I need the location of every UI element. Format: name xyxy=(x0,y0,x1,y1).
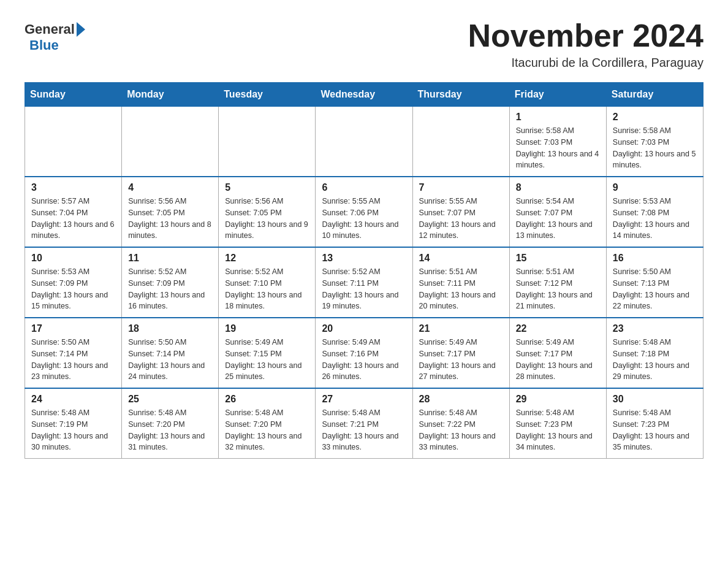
calendar-week-3: 10Sunrise: 5:53 AMSunset: 7:09 PMDayligh… xyxy=(25,247,703,318)
logo-general-text: General xyxy=(25,21,75,37)
calendar-week-2: 3Sunrise: 5:57 AMSunset: 7:04 PMDaylight… xyxy=(25,177,703,247)
day-number: 25 xyxy=(128,394,212,405)
day-number: 30 xyxy=(613,394,697,405)
calendar-header-tuesday: Tuesday xyxy=(219,83,316,107)
calendar-cell: 30Sunrise: 5:48 AMSunset: 7:23 PMDayligh… xyxy=(606,388,703,459)
day-number: 9 xyxy=(613,182,697,193)
day-info: Sunrise: 5:50 AMSunset: 7:14 PMDaylight:… xyxy=(128,337,212,383)
day-info: Sunrise: 5:53 AMSunset: 7:09 PMDaylight:… xyxy=(31,266,115,312)
month-title: November 2024 xyxy=(468,18,703,53)
day-info: Sunrise: 5:53 AMSunset: 7:08 PMDaylight:… xyxy=(613,196,697,242)
location-title: Itacurubi de la Cordillera, Paraguay xyxy=(468,56,703,70)
calendar-cell: 13Sunrise: 5:52 AMSunset: 7:11 PMDayligh… xyxy=(316,247,412,318)
calendar-cell: 22Sunrise: 5:49 AMSunset: 7:17 PMDayligh… xyxy=(509,318,606,388)
calendar-cell: 9Sunrise: 5:53 AMSunset: 7:08 PMDaylight… xyxy=(606,177,703,247)
day-info: Sunrise: 5:48 AMSunset: 7:18 PMDaylight:… xyxy=(613,337,697,383)
calendar-header-friday: Friday xyxy=(509,83,606,107)
day-number: 3 xyxy=(31,182,115,193)
calendar-cell: 6Sunrise: 5:55 AMSunset: 7:06 PMDaylight… xyxy=(316,177,412,247)
calendar-cell xyxy=(219,107,316,177)
calendar-cell: 11Sunrise: 5:52 AMSunset: 7:09 PMDayligh… xyxy=(122,247,219,318)
day-number: 20 xyxy=(322,323,406,334)
calendar-cell: 27Sunrise: 5:48 AMSunset: 7:21 PMDayligh… xyxy=(316,388,412,459)
calendar-table: SundayMondayTuesdayWednesdayThursdayFrid… xyxy=(25,82,703,459)
day-number: 14 xyxy=(419,253,503,264)
calendar-cell xyxy=(25,107,122,177)
day-number: 8 xyxy=(516,182,600,193)
day-number: 4 xyxy=(128,182,212,193)
day-number: 29 xyxy=(516,394,600,405)
page-header: General Blue November 2024 Itacurubi de … xyxy=(25,18,703,70)
day-info: Sunrise: 5:56 AMSunset: 7:05 PMDaylight:… xyxy=(128,196,212,242)
day-number: 12 xyxy=(225,253,309,264)
calendar-cell: 25Sunrise: 5:48 AMSunset: 7:20 PMDayligh… xyxy=(122,388,219,459)
day-info: Sunrise: 5:48 AMSunset: 7:20 PMDaylight:… xyxy=(128,407,212,453)
day-info: Sunrise: 5:55 AMSunset: 7:07 PMDaylight:… xyxy=(419,196,503,242)
calendar-cell: 17Sunrise: 5:50 AMSunset: 7:14 PMDayligh… xyxy=(25,318,122,388)
calendar-cell: 1Sunrise: 5:58 AMSunset: 7:03 PMDaylight… xyxy=(509,107,606,177)
day-number: 13 xyxy=(322,253,406,264)
calendar-cell: 3Sunrise: 5:57 AMSunset: 7:04 PMDaylight… xyxy=(25,177,122,247)
calendar-header-wednesday: Wednesday xyxy=(316,83,412,107)
calendar-cell: 7Sunrise: 5:55 AMSunset: 7:07 PMDaylight… xyxy=(412,177,509,247)
calendar-cell: 20Sunrise: 5:49 AMSunset: 7:16 PMDayligh… xyxy=(316,318,412,388)
calendar-cell xyxy=(122,107,219,177)
day-info: Sunrise: 5:48 AMSunset: 7:20 PMDaylight:… xyxy=(225,407,309,453)
day-number: 24 xyxy=(31,394,115,405)
day-info: Sunrise: 5:51 AMSunset: 7:12 PMDaylight:… xyxy=(516,266,600,312)
logo-arrow-icon xyxy=(77,22,85,37)
day-info: Sunrise: 5:48 AMSunset: 7:22 PMDaylight:… xyxy=(419,407,503,453)
calendar-cell: 21Sunrise: 5:49 AMSunset: 7:17 PMDayligh… xyxy=(412,318,509,388)
day-number: 26 xyxy=(225,394,309,405)
day-number: 19 xyxy=(225,323,309,334)
calendar-week-1: 1Sunrise: 5:58 AMSunset: 7:03 PMDaylight… xyxy=(25,107,703,177)
day-info: Sunrise: 5:48 AMSunset: 7:21 PMDaylight:… xyxy=(322,407,406,453)
day-info: Sunrise: 5:49 AMSunset: 7:17 PMDaylight:… xyxy=(419,337,503,383)
calendar-cell: 4Sunrise: 5:56 AMSunset: 7:05 PMDaylight… xyxy=(122,177,219,247)
day-info: Sunrise: 5:51 AMSunset: 7:11 PMDaylight:… xyxy=(419,266,503,312)
calendar-cell: 23Sunrise: 5:48 AMSunset: 7:18 PMDayligh… xyxy=(606,318,703,388)
day-info: Sunrise: 5:49 AMSunset: 7:15 PMDaylight:… xyxy=(225,337,309,383)
calendar-header-monday: Monday xyxy=(122,83,219,107)
calendar-cell: 26Sunrise: 5:48 AMSunset: 7:20 PMDayligh… xyxy=(219,388,316,459)
calendar-cell: 28Sunrise: 5:48 AMSunset: 7:22 PMDayligh… xyxy=(412,388,509,459)
day-number: 7 xyxy=(419,182,503,193)
calendar-cell: 5Sunrise: 5:56 AMSunset: 7:05 PMDaylight… xyxy=(219,177,316,247)
calendar-cell: 24Sunrise: 5:48 AMSunset: 7:19 PMDayligh… xyxy=(25,388,122,459)
day-number: 10 xyxy=(31,253,115,264)
day-info: Sunrise: 5:50 AMSunset: 7:14 PMDaylight:… xyxy=(31,337,115,383)
day-info: Sunrise: 5:55 AMSunset: 7:06 PMDaylight:… xyxy=(322,196,406,242)
calendar-cell: 29Sunrise: 5:48 AMSunset: 7:23 PMDayligh… xyxy=(509,388,606,459)
day-info: Sunrise: 5:58 AMSunset: 7:03 PMDaylight:… xyxy=(516,125,600,171)
day-info: Sunrise: 5:54 AMSunset: 7:07 PMDaylight:… xyxy=(516,196,600,242)
day-number: 15 xyxy=(516,253,600,264)
calendar-cell xyxy=(316,107,412,177)
logo-blue-text: Blue xyxy=(29,37,59,53)
day-number: 16 xyxy=(613,253,697,264)
calendar-cell: 19Sunrise: 5:49 AMSunset: 7:15 PMDayligh… xyxy=(219,318,316,388)
calendar-cell: 18Sunrise: 5:50 AMSunset: 7:14 PMDayligh… xyxy=(122,318,219,388)
day-number: 22 xyxy=(516,323,600,334)
day-number: 1 xyxy=(516,112,600,123)
day-number: 18 xyxy=(128,323,212,334)
calendar-cell: 2Sunrise: 5:58 AMSunset: 7:03 PMDaylight… xyxy=(606,107,703,177)
calendar-cell: 14Sunrise: 5:51 AMSunset: 7:11 PMDayligh… xyxy=(412,247,509,318)
title-section: November 2024 Itacurubi de la Cordillera… xyxy=(468,18,703,70)
day-info: Sunrise: 5:56 AMSunset: 7:05 PMDaylight:… xyxy=(225,196,309,242)
day-number: 28 xyxy=(419,394,503,405)
calendar-week-4: 17Sunrise: 5:50 AMSunset: 7:14 PMDayligh… xyxy=(25,318,703,388)
calendar-cell: 16Sunrise: 5:50 AMSunset: 7:13 PMDayligh… xyxy=(606,247,703,318)
calendar-header-sunday: Sunday xyxy=(25,83,122,107)
day-number: 2 xyxy=(613,112,697,123)
day-number: 11 xyxy=(128,253,212,264)
day-info: Sunrise: 5:49 AMSunset: 7:17 PMDaylight:… xyxy=(516,337,600,383)
day-info: Sunrise: 5:48 AMSunset: 7:19 PMDaylight:… xyxy=(31,407,115,453)
calendar-cell: 12Sunrise: 5:52 AMSunset: 7:10 PMDayligh… xyxy=(219,247,316,318)
day-info: Sunrise: 5:50 AMSunset: 7:13 PMDaylight:… xyxy=(613,266,697,312)
day-number: 6 xyxy=(322,182,406,193)
day-info: Sunrise: 5:48 AMSunset: 7:23 PMDaylight:… xyxy=(613,407,697,453)
day-number: 27 xyxy=(322,394,406,405)
day-info: Sunrise: 5:49 AMSunset: 7:16 PMDaylight:… xyxy=(322,337,406,383)
day-info: Sunrise: 5:48 AMSunset: 7:23 PMDaylight:… xyxy=(516,407,600,453)
calendar-cell xyxy=(412,107,509,177)
